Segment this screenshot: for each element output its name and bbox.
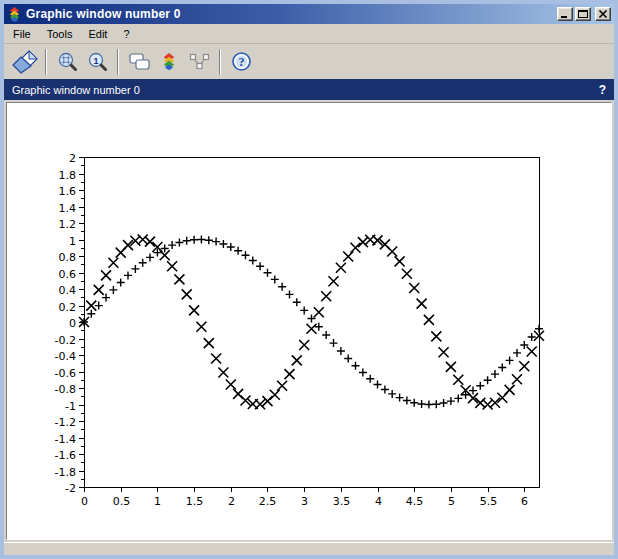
toolbar: 1 — [4, 43, 614, 79]
svg-text:4.5: 4.5 — [406, 495, 424, 508]
info-bar-help[interactable]: ? — [599, 83, 606, 97]
svg-text:0.6: 0.6 — [59, 268, 77, 281]
svg-text:6: 6 — [521, 495, 528, 508]
svg-text:5: 5 — [448, 495, 455, 508]
export-icon — [12, 50, 38, 74]
svg-text:1.8: 1.8 — [59, 169, 77, 182]
svg-text:1: 1 — [154, 495, 161, 508]
plot-svg: 00.511.522.533.544.555.5621.81.61.41.210… — [7, 103, 611, 539]
node-link-icon — [189, 53, 210, 71]
toolbar-separator — [117, 49, 119, 75]
svg-text:0.5: 0.5 — [113, 495, 131, 508]
graphics-editor-button[interactable] — [154, 48, 184, 76]
minimize-icon — [559, 9, 571, 19]
help-icon: ? — [231, 51, 252, 72]
menu-help[interactable]: ? — [123, 26, 137, 42]
svg-text:1.2: 1.2 — [59, 218, 77, 231]
svg-text:-0.6: -0.6 — [55, 367, 76, 380]
help-button[interactable]: ? — [226, 48, 256, 76]
svg-text:2: 2 — [228, 495, 235, 508]
svg-text:-0.2: -0.2 — [55, 334, 76, 347]
zoom-area-button[interactable] — [52, 48, 82, 76]
svg-text:3: 3 — [301, 495, 308, 508]
zoom-area-icon — [57, 51, 78, 72]
info-bar: Graphic window number 0 ? — [4, 79, 614, 100]
svg-text:4: 4 — [375, 495, 382, 508]
svg-text:0: 0 — [69, 317, 76, 330]
windows-icon — [128, 52, 151, 71]
svg-text:3.5: 3.5 — [333, 495, 351, 508]
svg-text:-2: -2 — [65, 482, 76, 495]
datatips-button[interactable] — [184, 48, 214, 76]
svg-text:0.2: 0.2 — [59, 301, 77, 314]
svg-text:0.8: 0.8 — [59, 251, 77, 264]
svg-text:1.5: 1.5 — [186, 495, 204, 508]
graphic-window: Graphic window number 0 File Tools Edit … — [0, 0, 618, 559]
status-bar — [4, 542, 614, 555]
scilab-app-icon — [7, 7, 22, 22]
scilab-diamond-icon — [160, 53, 178, 71]
axes — [79, 158, 540, 493]
info-bar-title: Graphic window number 0 — [12, 84, 140, 96]
close-button[interactable] — [595, 7, 611, 21]
svg-text:-1.8: -1.8 — [55, 466, 76, 479]
menu-tools[interactable]: Tools — [47, 26, 81, 42]
svg-text:1: 1 — [69, 235, 76, 248]
menu-bar: File Tools Edit ? — [4, 24, 614, 43]
svg-text:-1.4: -1.4 — [55, 433, 76, 446]
toolbar-separator — [45, 49, 47, 75]
minimize-button[interactable] — [557, 7, 573, 21]
svg-text:-1: -1 — [65, 400, 76, 413]
svg-text:2.5: 2.5 — [259, 495, 277, 508]
svg-text:1: 1 — [93, 56, 98, 66]
original-view-button[interactable]: 1 — [82, 48, 112, 76]
plot-canvas[interactable]: 00.511.522.533.544.555.5621.81.61.41.210… — [6, 102, 612, 540]
window-controls — [557, 7, 611, 21]
svg-text:0: 0 — [81, 495, 88, 508]
maximize-button[interactable] — [575, 7, 591, 21]
svg-text:-1.2: -1.2 — [55, 416, 76, 429]
svg-text:-0.4: -0.4 — [55, 350, 76, 363]
figure-dialogs-button[interactable] — [124, 48, 154, 76]
window-title: Graphic window number 0 — [26, 7, 553, 21]
svg-text:-1.6: -1.6 — [55, 449, 76, 462]
maximize-icon — [577, 9, 589, 19]
svg-text:5.5: 5.5 — [480, 495, 498, 508]
menu-file[interactable]: File — [13, 26, 39, 42]
menu-edit[interactable]: Edit — [88, 26, 115, 42]
title-bar[interactable]: Graphic window number 0 — [4, 4, 614, 24]
svg-text:2: 2 — [69, 152, 76, 165]
svg-text:-0.8: -0.8 — [55, 383, 76, 396]
toolbar-separator — [219, 49, 221, 75]
svg-text:1.6: 1.6 — [59, 185, 77, 198]
svg-text:0.4: 0.4 — [59, 284, 77, 297]
zoom-reset-icon: 1 — [87, 51, 108, 72]
svg-text:1.4: 1.4 — [59, 202, 77, 215]
export-plot-button[interactable] — [10, 48, 40, 76]
series-sin(x) — [80, 236, 543, 409]
svg-text:?: ? — [238, 55, 244, 69]
close-icon — [597, 9, 609, 19]
